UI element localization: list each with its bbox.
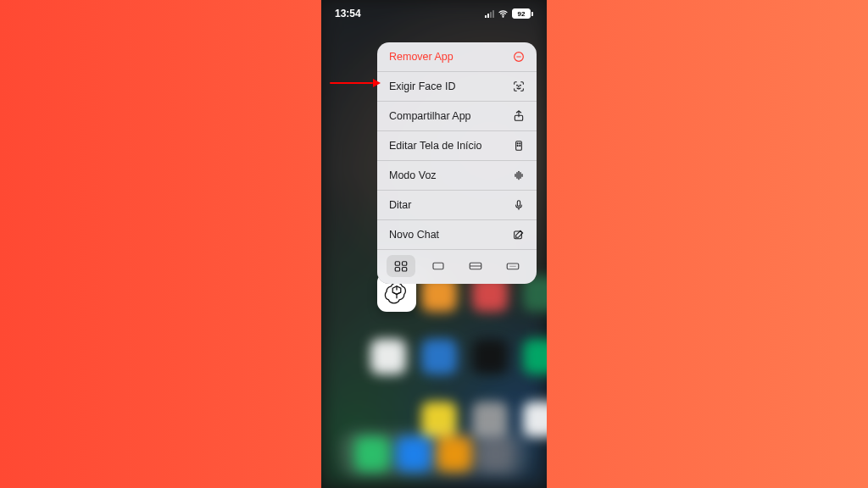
menu-edit-home-screen[interactable]: Editar Tela de Início xyxy=(377,130,537,160)
menu-item-label: Remover App xyxy=(389,51,453,63)
svg-rect-23 xyxy=(433,263,443,269)
minus-circle-icon xyxy=(512,50,526,64)
svg-point-3 xyxy=(517,85,518,86)
svg-point-8 xyxy=(520,143,520,144)
svg-rect-22 xyxy=(403,268,407,272)
cellular-signal-icon xyxy=(485,9,494,18)
mic-icon xyxy=(512,198,526,212)
menu-item-label: Novo Chat xyxy=(389,229,439,241)
waveform-icon xyxy=(512,169,526,182)
menu-item-label: Ditar xyxy=(389,199,411,211)
svg-point-0 xyxy=(503,16,504,17)
face-id-icon xyxy=(512,80,526,93)
wifi-icon xyxy=(498,8,509,19)
menu-remove-app[interactable]: Remover App xyxy=(377,42,537,71)
menu-dictate[interactable]: Ditar xyxy=(377,190,537,219)
app-context-menu: Remover App Exigir Face ID Compartilhar … xyxy=(377,42,537,284)
widget-size-small[interactable] xyxy=(387,255,415,277)
apps-grid-icon xyxy=(512,139,526,152)
widget-size-row xyxy=(377,249,537,284)
svg-point-9 xyxy=(517,145,518,146)
annotation-arrow xyxy=(330,80,381,86)
menu-item-label: Modo Voz xyxy=(389,169,437,181)
svg-point-7 xyxy=(517,143,518,144)
svg-rect-20 xyxy=(403,262,407,266)
battery-indicator: 92 xyxy=(512,8,533,19)
widget-size-lock[interactable] xyxy=(498,255,527,277)
menu-voice-mode[interactable]: Modo Voz xyxy=(377,160,537,190)
status-time: 13:54 xyxy=(335,8,361,19)
share-icon xyxy=(512,109,526,123)
menu-new-chat[interactable]: Novo Chat xyxy=(377,219,537,249)
svg-rect-19 xyxy=(395,262,399,266)
menu-require-face-id[interactable]: Exigir Face ID xyxy=(377,71,537,101)
svg-point-4 xyxy=(520,85,521,86)
svg-rect-16 xyxy=(517,201,520,207)
menu-item-label: Exigir Face ID xyxy=(389,80,456,92)
widget-size-medium[interactable] xyxy=(424,255,453,277)
menu-item-label: Compartilhar App xyxy=(389,110,471,122)
status-bar: 13:54 92 xyxy=(321,5,547,22)
menu-item-label: Editar Tela de Início xyxy=(389,140,482,152)
iphone-frame: 13:54 92 Remover App Exigir Face ID xyxy=(321,0,547,488)
svg-rect-21 xyxy=(395,268,399,272)
compose-icon xyxy=(512,228,526,241)
battery-percent: 92 xyxy=(512,8,531,19)
svg-point-10 xyxy=(520,145,520,146)
menu-share-app[interactable]: Compartilhar App xyxy=(377,101,537,130)
widget-size-large[interactable] xyxy=(461,255,490,277)
